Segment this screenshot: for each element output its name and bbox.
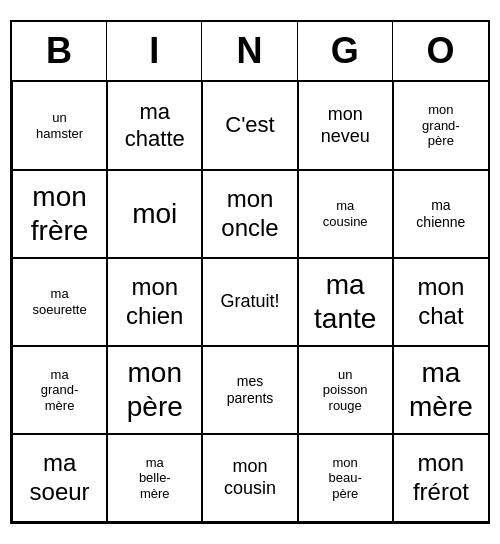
- bingo-cell: machatte: [107, 82, 202, 170]
- bingo-cell: mesparents: [202, 346, 297, 434]
- bingo-cell: masoeurette: [12, 258, 107, 346]
- bingo-card: BINGO unhamstermachatteC'estmonneveumong…: [10, 20, 490, 524]
- bingo-cell: monfrère: [12, 170, 107, 258]
- bingo-cell: monchat: [393, 258, 488, 346]
- header-letter: I: [107, 22, 202, 80]
- bingo-cell: C'est: [202, 82, 297, 170]
- bingo-cell: mononcle: [202, 170, 297, 258]
- bingo-cell: monneveu: [298, 82, 393, 170]
- bingo-grid: unhamstermachatteC'estmonneveumongrand-p…: [12, 82, 488, 522]
- bingo-cell: monbeau-père: [298, 434, 393, 522]
- bingo-cell: mabelle-mère: [107, 434, 202, 522]
- bingo-cell: mamère: [393, 346, 488, 434]
- bingo-cell: mongrand-père: [393, 82, 488, 170]
- bingo-cell: magrand-mère: [12, 346, 107, 434]
- bingo-cell: monfrérot: [393, 434, 488, 522]
- header-letter: B: [12, 22, 107, 80]
- bingo-cell: machienne: [393, 170, 488, 258]
- bingo-cell: monpère: [107, 346, 202, 434]
- bingo-header: BINGO: [12, 22, 488, 82]
- header-letter: G: [298, 22, 393, 80]
- bingo-cell: monchien: [107, 258, 202, 346]
- bingo-cell: moi: [107, 170, 202, 258]
- bingo-cell: matante: [298, 258, 393, 346]
- bingo-cell: masoeur: [12, 434, 107, 522]
- bingo-cell: unpoissonrouge: [298, 346, 393, 434]
- bingo-cell: unhamster: [12, 82, 107, 170]
- bingo-cell: macousine: [298, 170, 393, 258]
- bingo-cell: moncousin: [202, 434, 297, 522]
- header-letter: N: [202, 22, 297, 80]
- header-letter: O: [393, 22, 488, 80]
- bingo-cell: Gratuit!: [202, 258, 297, 346]
